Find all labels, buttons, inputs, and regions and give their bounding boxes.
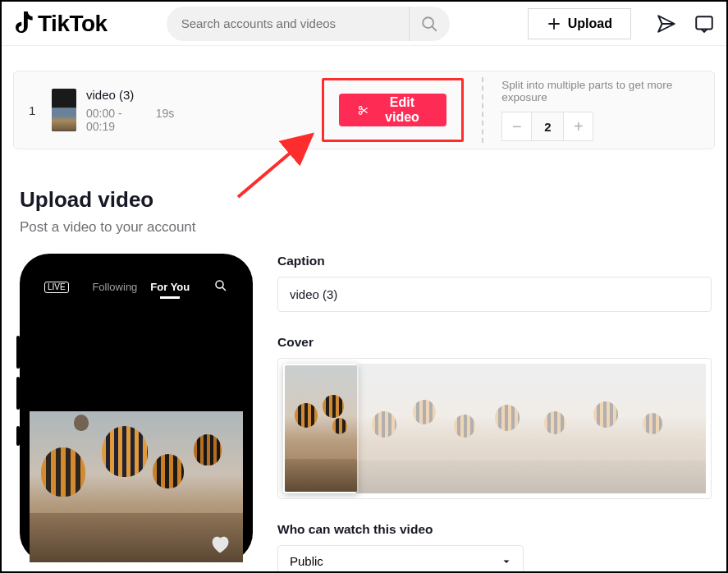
privacy-select[interactable]: Public [277, 545, 524, 573]
clip-index: 1 [29, 103, 42, 117]
upload-button[interactable]: Upload [528, 8, 631, 39]
cover-strip[interactable] [355, 364, 706, 493]
svg-rect-2 [696, 16, 712, 29]
search-bar[interactable] [167, 7, 450, 41]
page-subtitle: Post a video to your account [20, 219, 726, 236]
phone-search-icon[interactable] [213, 278, 228, 293]
inbox-icon[interactable] [694, 13, 715, 34]
tiktok-note-icon [13, 11, 34, 36]
tab-for-you[interactable]: For You [150, 281, 190, 293]
clip-range: 00:00 - 00:19 [86, 107, 144, 133]
edit-video-button[interactable]: Edit video [339, 94, 446, 126]
clip-title: video (3) [86, 88, 174, 102]
svg-line-1 [433, 26, 437, 30]
split-increment[interactable]: + [563, 112, 593, 140]
plus-icon [547, 16, 561, 31]
clip-meta: video (3) 00:00 - 00:19 19s [86, 88, 174, 133]
page-heading: Upload video Post a video to your accoun… [20, 187, 726, 236]
search-input[interactable] [181, 16, 409, 30]
cover-picker[interactable] [277, 358, 712, 499]
caption-input[interactable]: video (3) [277, 277, 712, 312]
cover-label: Cover [277, 335, 712, 350]
privacy-value: Public [290, 554, 323, 568]
tiktok-logo[interactable]: TikTok [13, 11, 108, 37]
phone-preview: LIVE Following For You [20, 254, 253, 562]
search-button[interactable] [409, 7, 450, 41]
tab-following[interactable]: Following [92, 281, 137, 293]
clip-duration: 19s [156, 107, 175, 133]
split-decrement[interactable]: − [502, 112, 532, 140]
split-count: 2 [532, 112, 563, 140]
live-icon: LIVE [44, 282, 69, 293]
phone-media [30, 411, 243, 562]
upload-form: Caption video (3) Cover [277, 254, 726, 573]
edit-video-highlight: Edit video [322, 78, 464, 142]
like-icon[interactable] [208, 533, 231, 556]
scissors-icon [357, 103, 369, 117]
split-hint: Split into multiple parts to get more ex… [501, 79, 699, 103]
logo-text: TikTok [38, 11, 108, 37]
send-icon[interactable] [656, 13, 677, 34]
top-bar: TikTok Upload [2, 2, 726, 46]
svg-point-5 [216, 281, 223, 288]
chevron-down-icon [501, 557, 511, 566]
caption-label: Caption [277, 254, 712, 268]
search-icon [420, 15, 438, 33]
edit-video-label: Edit video [376, 95, 429, 125]
svg-line-6 [222, 287, 226, 291]
page-title: Upload video [20, 187, 726, 213]
video-clip-row: 1 video (3) 00:00 - 00:19 19s Edit video… [13, 71, 715, 149]
clip-thumbnail[interactable] [52, 89, 76, 131]
cover-selected[interactable] [283, 364, 359, 493]
privacy-label: Who can watch this video [277, 522, 712, 537]
split-stepper: − 2 + [501, 112, 593, 141]
upload-button-label: Upload [568, 16, 612, 31]
split-panel: Split into multiple parts to get more ex… [482, 77, 699, 143]
